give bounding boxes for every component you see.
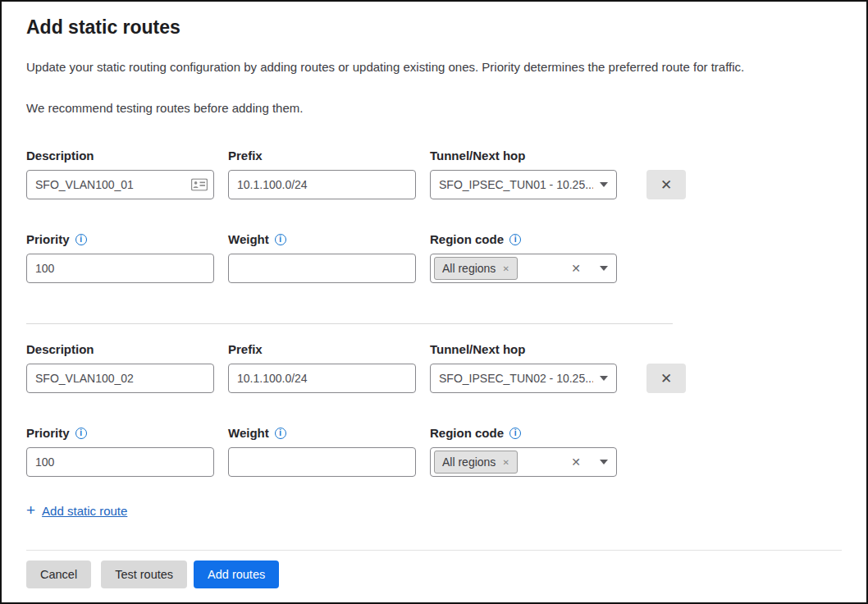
clear-icon[interactable]: ✕ xyxy=(571,455,581,469)
test-routes-button[interactable]: Test routes xyxy=(101,561,187,588)
add-static-route-row: + Add static route xyxy=(26,501,842,519)
tunnel-select[interactable]: SFO_IPSEC_TUN01 - 10.25... xyxy=(430,170,617,199)
priority-input[interactable] xyxy=(26,447,214,477)
info-icon[interactable]: i xyxy=(275,428,286,439)
remove-tag-icon[interactable]: ✕ xyxy=(502,264,509,273)
description-label: Description xyxy=(26,341,214,357)
chevron-down-icon xyxy=(600,376,608,381)
remove-route-button[interactable]: ✕ xyxy=(646,170,686,199)
description-label-text: Description xyxy=(26,341,94,357)
region-tag-chip: All regions ✕ xyxy=(434,257,518,280)
dialog-footer: Cancel Test routes Add routes xyxy=(26,550,842,588)
add-static-route-link[interactable]: Add static route xyxy=(42,504,127,518)
chevron-down-icon xyxy=(600,182,608,187)
dialog-description: Update your static routing configuration… xyxy=(26,59,842,76)
remove-route-button[interactable]: ✕ xyxy=(646,364,686,393)
description-input[interactable] xyxy=(26,170,214,199)
tunnel-select-value: SFO_IPSEC_TUN02 - 10.25... xyxy=(439,372,593,385)
dialog-note: We recommend testing routes before addin… xyxy=(26,100,842,117)
prefix-label-text: Prefix xyxy=(228,341,263,357)
region-code-field: Region code i All regions ✕ ✕ xyxy=(430,231,617,283)
tunnel-label: Tunnel/Next hop xyxy=(430,148,617,163)
prefix-label: Prefix xyxy=(228,148,416,163)
info-icon[interactable]: i xyxy=(509,428,521,439)
prefix-input[interactable] xyxy=(228,170,416,199)
region-code-label: Region code i xyxy=(430,231,617,247)
region-tag-chip: All regions ✕ xyxy=(434,451,518,474)
prefix-input[interactable] xyxy=(228,364,416,393)
route-block-2: Description Prefix Tunnel/Next hop SFO_I… xyxy=(26,341,842,477)
region-code-label-text: Region code xyxy=(430,231,504,247)
weight-input[interactable] xyxy=(228,447,416,477)
weight-input[interactable] xyxy=(228,254,416,283)
priority-field: Priority i xyxy=(26,231,214,283)
priority-label: Priority i xyxy=(26,231,214,247)
region-code-select[interactable]: All regions ✕ ✕ xyxy=(430,447,617,477)
description-input[interactable] xyxy=(26,364,214,393)
chevron-down-icon[interactable] xyxy=(600,266,608,271)
add-static-routes-dialog: Add static routes Update your static rou… xyxy=(2,2,866,588)
tunnel-label-text: Tunnel/Next hop xyxy=(430,148,525,163)
weight-field: Weight i xyxy=(228,425,416,477)
priority-input[interactable] xyxy=(26,254,214,283)
route-1-main-row: Description xyxy=(26,148,842,199)
region-tag-label: All regions xyxy=(442,262,496,275)
region-code-select[interactable]: All regions ✕ ✕ xyxy=(430,254,617,283)
weight-label: Weight i xyxy=(228,231,416,247)
cancel-button[interactable]: Cancel xyxy=(26,561,91,588)
prefix-label: Prefix xyxy=(228,341,416,357)
weight-label: Weight i xyxy=(228,425,416,441)
clear-icon[interactable]: ✕ xyxy=(571,262,581,275)
tunnel-select[interactable]: SFO_IPSEC_TUN02 - 10.25... xyxy=(430,364,617,393)
info-icon[interactable]: i xyxy=(275,234,286,245)
tunnel-field: Tunnel/Next hop SFO_IPSEC_TUN01 - 10.25.… xyxy=(430,148,617,199)
route-2-main-row: Description Prefix Tunnel/Next hop SFO_I… xyxy=(26,341,842,393)
info-icon[interactable]: i xyxy=(509,234,521,245)
route-block-1: Description xyxy=(26,148,842,283)
description-field: Description xyxy=(26,148,214,199)
region-tag-label: All regions xyxy=(442,455,496,469)
page-title: Add static routes xyxy=(26,15,842,39)
plus-icon: + xyxy=(26,501,35,519)
region-code-label: Region code i xyxy=(430,425,617,441)
prefix-field: Prefix xyxy=(228,148,416,199)
close-icon: ✕ xyxy=(660,176,672,194)
prefix-field: Prefix xyxy=(228,341,416,393)
add-routes-button[interactable]: Add routes xyxy=(194,561,279,588)
chevron-down-icon[interactable] xyxy=(600,460,608,464)
region-code-label-text: Region code xyxy=(430,425,504,441)
close-icon: ✕ xyxy=(660,370,672,387)
tunnel-label: Tunnel/Next hop xyxy=(430,341,617,357)
tunnel-label-text: Tunnel/Next hop xyxy=(430,341,525,357)
info-icon[interactable]: i xyxy=(75,428,87,439)
contact-card-icon[interactable] xyxy=(191,179,208,191)
weight-field: Weight i xyxy=(228,231,416,283)
route-1-options-row: Priority i Weight i Region code i xyxy=(26,231,842,283)
tunnel-field: Tunnel/Next hop SFO_IPSEC_TUN02 - 10.25.… xyxy=(430,341,617,393)
remove-tag-icon[interactable]: ✕ xyxy=(502,458,509,467)
region-code-field: Region code i All regions ✕ ✕ xyxy=(430,425,617,477)
description-label-text: Description xyxy=(26,148,94,163)
priority-field: Priority i xyxy=(26,425,214,477)
description-label: Description xyxy=(26,148,214,163)
description-field: Description xyxy=(26,341,214,393)
priority-label: Priority i xyxy=(26,425,214,441)
tunnel-select-value: SFO_IPSEC_TUN01 - 10.25... xyxy=(439,178,593,191)
prefix-label-text: Prefix xyxy=(228,148,263,163)
weight-label-text: Weight xyxy=(228,425,269,441)
priority-label-text: Priority xyxy=(26,425,70,441)
priority-label-text: Priority xyxy=(26,231,70,247)
weight-label-text: Weight xyxy=(228,231,269,247)
route-2-options-row: Priority i Weight i Region code i xyxy=(26,425,842,477)
route-divider xyxy=(26,323,673,324)
info-icon[interactable]: i xyxy=(75,234,87,245)
